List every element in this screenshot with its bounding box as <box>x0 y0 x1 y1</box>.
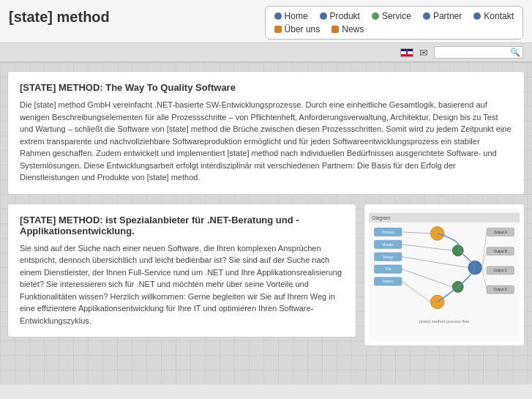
svg-text:Output C: Output C <box>493 269 507 272</box>
nav-service-label: Service <box>382 11 411 21</box>
nav-dot-partner <box>423 12 430 20</box>
svg-point-13 <box>430 226 444 240</box>
nav-row-1: Home Produkt Service Partner Kontakt <box>274 11 514 21</box>
svg-text:[state] method process flow: [state] method process flow <box>419 318 470 323</box>
svg-text:Output B: Output B <box>494 250 507 253</box>
bottom-row: [STATE] METHOD: ist Spezialanbieter für … <box>7 204 525 347</box>
svg-rect-1 <box>369 212 520 222</box>
svg-text:Process: Process <box>382 230 395 234</box>
main-card-heading: [STATE] METHOD: The Way To Quality Softw… <box>20 82 512 93</box>
nav-partner[interactable]: Partner <box>423 11 462 21</box>
nav-dot-ueber <box>274 26 282 33</box>
nav-box: Home Produkt Service Partner Kontakt <box>265 6 523 40</box>
nav-partner-label: Partner <box>433 11 462 21</box>
svg-point-17 <box>430 295 444 309</box>
main-content: [STATE] METHOD: The Way To Quality Softw… <box>0 62 532 384</box>
nav-dot-news <box>331 26 339 33</box>
flag-icon[interactable] <box>400 48 413 57</box>
bottom-right-diagram: Diagram Process Module Design Test Deplo… <box>364 204 525 347</box>
nav-dot-produkt <box>320 12 327 20</box>
nav-kontakt[interactable]: Kontakt <box>473 11 514 21</box>
bottom-left-card: [STATE] METHOD: ist Spezialanbieter für … <box>7 204 356 338</box>
nav-news-label: News <box>342 24 364 34</box>
svg-text:Output A: Output A <box>494 230 508 234</box>
sub-header: ✉ 🔍 <box>0 43 532 62</box>
nav-dot-service <box>372 12 379 20</box>
nav-news[interactable]: News <box>331 24 364 34</box>
search-input[interactable] <box>437 48 510 57</box>
nav-row-2: Über uns News <box>274 24 514 34</box>
main-content-card: [STATE] METHOD: The Way To Quality Softw… <box>7 71 525 195</box>
svg-text:Test: Test <box>385 267 391 271</box>
nav-dot-home <box>274 12 282 20</box>
page-wrapper: [state] method Home Produkt Service Part… <box>0 0 532 399</box>
nav-home-label: Home <box>285 11 308 21</box>
nav-ueber-label: Über uns <box>285 24 321 34</box>
bottom-left-body: Sie sind auf der Suche nach einer neuen … <box>20 242 344 327</box>
nav-produkt-label: Produkt <box>330 11 360 21</box>
nav-home[interactable]: Home <box>274 11 308 21</box>
svg-text:Design: Design <box>383 255 394 258</box>
nav-produkt[interactable]: Produkt <box>320 11 360 21</box>
main-card-body: Die [state] method GmbH vereinfacht .NET… <box>20 99 512 184</box>
search-box: 🔍 <box>434 46 523 59</box>
site-title: [state] method <box>9 6 110 26</box>
nav-dot-kontakt <box>473 12 481 20</box>
email-icon[interactable]: ✉ <box>419 47 428 59</box>
nav-service[interactable]: Service <box>372 11 411 21</box>
bottom-left-heading: [STATE] METHOD: ist Spezialanbieter für … <box>20 215 344 236</box>
header: [state] method Home Produkt Service Part… <box>0 0 532 43</box>
diagram: Diagram Process Module Design Test Deplo… <box>369 209 520 340</box>
svg-text:Output D: Output D <box>493 288 507 291</box>
nav-kontakt-label: Kontakt <box>484 11 514 21</box>
svg-text:Diagram: Diagram <box>372 215 391 221</box>
svg-text:Deploy: Deploy <box>383 280 394 283</box>
diagram-svg: Diagram Process Module Design Test Deplo… <box>369 209 520 340</box>
svg-text:Module: Module <box>383 242 394 246</box>
nav-ueber-uns[interactable]: Über uns <box>274 24 321 34</box>
search-icon[interactable]: 🔍 <box>510 48 520 57</box>
